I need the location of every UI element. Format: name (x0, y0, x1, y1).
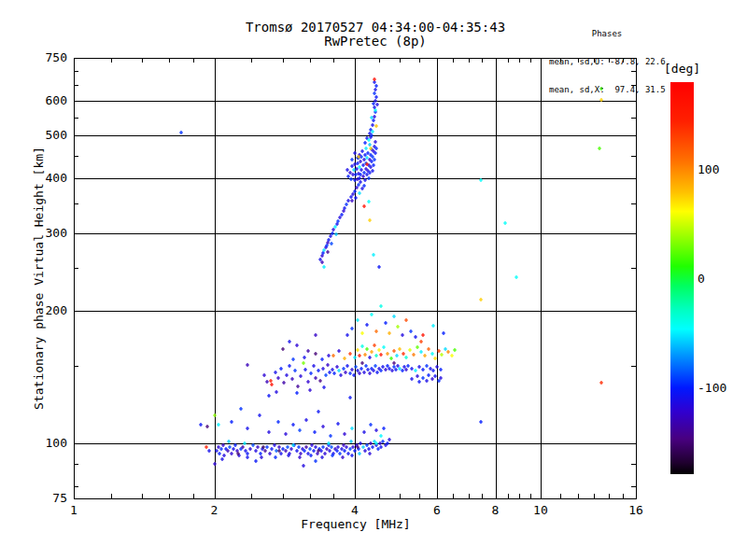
svg-text:600: 600 (46, 93, 67, 107)
svg-text:1: 1 (70, 503, 78, 517)
svg-text:6: 6 (433, 503, 441, 517)
svg-text:4: 4 (351, 503, 359, 517)
svg-text:10: 10 (533, 503, 548, 517)
colorbar-tick-neg100: -100 (698, 381, 726, 395)
svg-text:300: 300 (46, 226, 67, 240)
svg-text:75: 75 (52, 491, 67, 505)
svg-text:400: 400 (46, 171, 67, 185)
gridlines (74, 58, 636, 498)
phase-stats-block: Phases mean, sd,O: -87.8, 22.6 mean, sd,… (549, 10, 665, 113)
y-axis-label: Stationary phase Virtual Height [km] (32, 147, 46, 410)
svg-text:200: 200 (46, 303, 67, 317)
phase-stats-header: Phases (549, 29, 665, 38)
colorbar (670, 82, 694, 474)
colorbar-tick-0: 0 (698, 272, 705, 286)
svg-text:100: 100 (46, 436, 67, 450)
phase-stats-x-mode: mean, sd,X: 97.4, 31.5 (549, 85, 665, 94)
phase-stats-o-mode: mean, sd,O: -87.8, 22.6 (549, 57, 665, 66)
svg-text:16: 16 (628, 503, 643, 517)
ionogram-figure: 12468101675100200300400500600750 Tromsø … (0, 0, 747, 560)
x-axis-label: Frequency [MHz] (0, 517, 712, 531)
colorbar-tick-100: 100 (698, 162, 719, 176)
svg-text:500: 500 (46, 128, 67, 142)
svg-text:8: 8 (492, 503, 500, 517)
svg-text:750: 750 (46, 50, 67, 64)
colorbar-unit-label: [deg] (664, 62, 700, 76)
svg-text:2: 2 (211, 503, 218, 517)
tick-labels: 12468101675100200300400500600750 (46, 50, 643, 517)
